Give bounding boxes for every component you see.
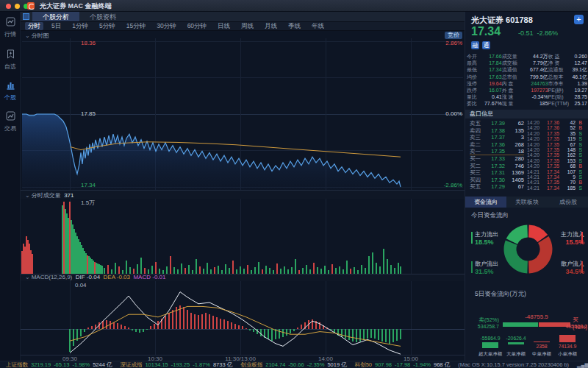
tick-row: 14:2017.3567S — [527, 142, 586, 147]
tick-price: 17.35 — [542, 136, 559, 141]
period-item[interactable]: 15分钟 — [123, 22, 148, 30]
index-change: -17.98 — [395, 361, 410, 368]
index-item[interactable]: 创业板指2104.74-50.66-2.35%5019 亿 — [240, 361, 346, 368]
level-price: 17.38 — [484, 127, 505, 135]
volume-axis-max: 1.5万 — [81, 199, 95, 207]
flow-tab[interactable]: 资金流向 — [465, 197, 506, 208]
stat-value: 7.79亿 — [520, 60, 548, 66]
order-level-row[interactable]: 卖二17.36268 — [470, 141, 524, 149]
stat-value: 44.2万 — [520, 53, 548, 60]
flow-tab[interactable]: 成份股 — [548, 197, 588, 208]
pane-volume-header[interactable]: ⌄分时成交量 371 — [25, 191, 74, 199]
five-day-net-value: -48755.5 — [503, 314, 570, 320]
tick-price: 17.35 — [542, 152, 559, 158]
index-item[interactable]: 上证指数3219.19-65.13-1.98%5244 亿 — [6, 361, 112, 368]
index-item[interactable]: 科创50907.98-17.98-1.94%968 亿 — [355, 361, 450, 368]
level-name: 卖三 — [470, 134, 484, 141]
donut-segment — [528, 236, 552, 274]
period-item[interactable]: 周线 — [238, 22, 257, 30]
stats-row: 今开17.66成交量44.2万收 益0.260 — [467, 53, 587, 60]
tick-row: 14:2017.35148S — [527, 147, 586, 152]
tick-time: 14:20 — [527, 131, 542, 136]
period-item[interactable]: 季线 — [285, 22, 304, 30]
flow-tab[interactable]: 关联板块 — [506, 197, 548, 208]
signal-icon[interactable]: ▂▄▆ — [577, 361, 588, 368]
order-level-row[interactable]: 卖四17.38135 — [470, 127, 524, 135]
pane-macd-header[interactable]: ⌄MACD(12,26,9) DIF -0.04 DEA -0.03 MACD … — [25, 274, 165, 280]
window-title: 光大证券 MAC 金融终端 — [40, 0, 112, 12]
window-close-button[interactable] — [6, 4, 11, 9]
tick-row: 14:2017.3642B — [527, 120, 586, 125]
tick-time: 14:20 — [527, 142, 542, 147]
add-watchlist-button[interactable]: + — [574, 15, 584, 24]
stat-value: 17.84 — [478, 60, 501, 66]
level-volume: 280 — [505, 155, 524, 163]
titlebar: 光大证券 MAC 金融终端 — [0, 0, 588, 12]
period-item[interactable]: 日线 — [215, 22, 233, 30]
tick-row: 14:2117.349S — [527, 174, 586, 180]
stats-row: 均价17.63总市值799.5亿总股本46.1亿 — [467, 74, 587, 80]
stat-label: 涨 速 — [502, 93, 520, 100]
net-amount-bar — [482, 342, 498, 348]
index-change-pct: -1.98% — [72, 361, 90, 368]
tick-volume: 162 — [559, 152, 576, 158]
pct-axis-high: 2.86% — [445, 40, 462, 46]
order-level-row[interactable]: 买二17.32746 — [470, 163, 524, 170]
timeshare-chart[interactable] — [21, 31, 465, 361]
stat-value: 677.4亿 — [520, 66, 548, 73]
order-level-row[interactable]: 买四17.301405 — [470, 177, 524, 184]
stat-value: 39.1亿 — [569, 66, 587, 73]
tab-profile[interactable]: 个股资料 — [79, 12, 126, 21]
stat-label: 量比 — [467, 93, 478, 100]
five-day-flow-title: 5日资金流向(万元) — [475, 290, 526, 299]
sidebar-item-stock[interactable]: 个股 — [0, 79, 21, 105]
stat-value: 12.47 — [569, 60, 587, 66]
layout-icon[interactable] — [23, 13, 29, 20]
index-item[interactable]: 深证成指10134.15-193.25-1.87%8733 亿 — [120, 361, 232, 368]
macd-dif-value: DIF -0.04 — [76, 274, 100, 280]
volume-current-value: 371 — [64, 192, 74, 199]
order-level-row[interactable]: 买五17.2967 — [470, 183, 524, 191]
tick-volume: 107 — [559, 169, 576, 174]
order-level-row[interactable]: 买三17.311369 — [470, 169, 524, 177]
period-item[interactable]: 年线 — [309, 22, 327, 30]
sidebar-item-trade[interactable]: 交易 — [0, 110, 21, 135]
window-minimize-button[interactable] — [15, 4, 20, 9]
stat-label: 今开 — [467, 53, 478, 60]
tick-price: 17.35 — [542, 147, 559, 152]
order-level-row[interactable]: 卖五17.3962 — [470, 120, 524, 127]
tab-analysis[interactable]: 个股分析 — [32, 12, 79, 21]
period-item[interactable]: 1分钟 — [69, 22, 91, 30]
period-item[interactable]: 5分钟 — [96, 22, 118, 30]
flow-segment-label: 主力流入 — [552, 230, 584, 238]
tick-price: 17.35 — [542, 131, 559, 136]
connect-badge: 通 — [482, 41, 490, 49]
index-name: 创业板指 — [240, 361, 262, 368]
auction-badge[interactable]: 竞价 — [445, 32, 462, 39]
tick-side: S — [576, 185, 582, 191]
order-level-row[interactable]: 卖一17.3518 — [470, 148, 524, 155]
tick-side: S — [576, 136, 582, 141]
sidebar-item-market[interactable]: 行情 — [0, 16, 21, 41]
order-level-row[interactable]: 卖三17.373 — [470, 134, 524, 141]
period-item[interactable]: 5日 — [49, 22, 64, 30]
period-item[interactable]: 60分钟 — [184, 22, 209, 30]
level-name: 买二 — [470, 163, 484, 170]
tick-volume: 119 — [559, 136, 576, 141]
stat-value: 17.63 — [478, 74, 501, 80]
index-name: 上证指数 — [6, 361, 28, 368]
sidebar-item-watchlist[interactable]: 自选 — [0, 49, 21, 74]
tick-volume: 185 — [559, 185, 576, 191]
period-item[interactable]: 30分钟 — [154, 22, 179, 30]
stat-label: 流通值 — [502, 66, 520, 73]
flow-segment-pct: 31.5% — [475, 268, 507, 275]
stat-label: 净 资 — [548, 60, 570, 66]
order-level-row[interactable]: 买一17.33280 — [470, 155, 524, 163]
period-item[interactable]: 分时 — [25, 22, 43, 30]
period-item[interactable]: 月线 — [262, 22, 280, 30]
pane-timeshare-header[interactable]: ⌄分时图 — [25, 32, 49, 40]
level-price: 17.29 — [484, 183, 505, 191]
sidebar-item-label: 行情 — [0, 30, 21, 38]
chevron-down-icon: ⌄ — [25, 192, 30, 199]
tick-time: 14:21 — [527, 174, 542, 180]
